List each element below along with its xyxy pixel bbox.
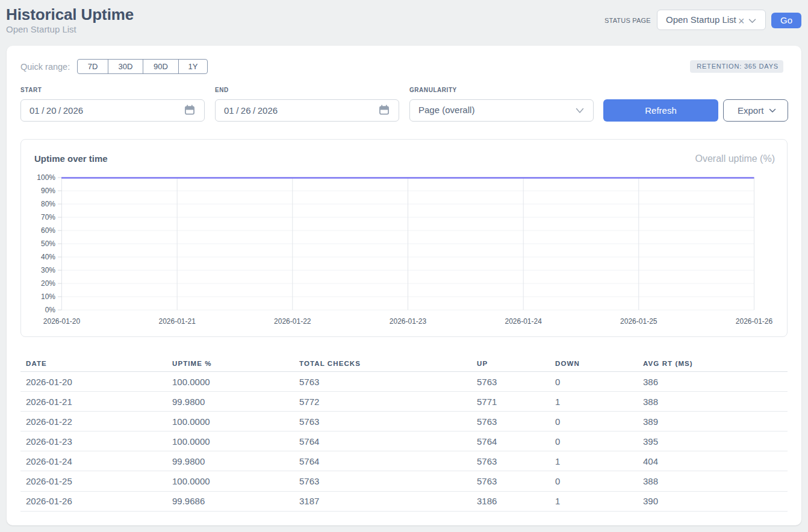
svg-text:90%: 90%: [41, 187, 55, 195]
svg-text:2026-01-20: 2026-01-20: [43, 317, 81, 326]
svg-text:2026-01-23: 2026-01-23: [390, 317, 427, 326]
svg-text:80%: 80%: [41, 200, 55, 208]
svg-text:2026-01-24: 2026-01-24: [505, 317, 542, 326]
svg-text:30%: 30%: [41, 266, 55, 274]
svg-text:70%: 70%: [41, 213, 55, 221]
svg-text:100%: 100%: [37, 173, 55, 182]
svg-text:2026-01-25: 2026-01-25: [620, 317, 657, 326]
svg-text:2026-01-21: 2026-01-21: [159, 317, 196, 326]
svg-text:20%: 20%: [41, 279, 55, 288]
svg-text:50%: 50%: [41, 240, 55, 248]
svg-text:40%: 40%: [41, 253, 55, 261]
svg-text:60%: 60%: [41, 226, 55, 235]
svg-text:2026-01-22: 2026-01-22: [274, 317, 311, 326]
svg-text:2026-01-26: 2026-01-26: [736, 317, 773, 326]
svg-text:0%: 0%: [45, 306, 56, 314]
svg-text:10%: 10%: [41, 292, 55, 301]
